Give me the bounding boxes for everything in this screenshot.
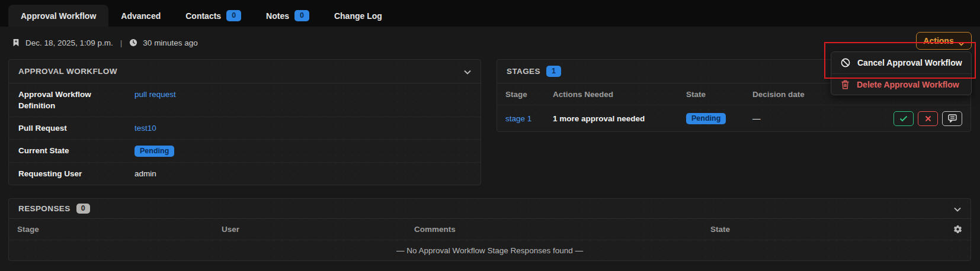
menu-item-cancel-approval-workflow[interactable]: Cancel Approval Workflow xyxy=(831,52,971,73)
tab-label: Notes xyxy=(266,11,289,21)
tab-label: Approval Workflow xyxy=(21,11,96,21)
check-icon xyxy=(899,115,908,122)
record-meta-row: Dec. 18, 2025, 1:09 p.m. | 30 minutes ag… xyxy=(12,34,980,51)
field-label: Requesting User xyxy=(18,168,134,179)
actions-dropdown-menu: Cancel Approval Workflow Delete Approval… xyxy=(831,51,972,95)
table-settings-button[interactable] xyxy=(936,225,962,234)
requesting-user-value: admin xyxy=(134,168,156,179)
column-header-comments: Comments xyxy=(414,225,710,234)
tab-label: Change Log xyxy=(334,11,382,21)
column-header-stage: Stage xyxy=(17,225,222,234)
tab-change-log[interactable]: Change Log xyxy=(322,5,395,27)
clock-icon xyxy=(129,38,137,47)
stage-table-row: stage 1 1 more approval needed Pending — xyxy=(497,105,971,131)
tab-count-badge: 0 xyxy=(294,10,309,21)
pull-request-link[interactable]: test10 xyxy=(134,124,156,133)
chevron-down-icon xyxy=(958,38,965,43)
relative-time: 30 minutes ago xyxy=(143,38,197,47)
stage-state-badge: Pending xyxy=(686,113,726,124)
menu-item-label: Cancel Approval Workflow xyxy=(857,58,962,67)
actions-button[interactable]: Actions xyxy=(916,32,972,50)
collapse-chevron-icon[interactable] xyxy=(954,204,961,214)
stage-link[interactable]: stage 1 xyxy=(505,114,531,123)
column-header-actions-needed: Actions Needed xyxy=(553,90,686,99)
stages-count-badge: 1 xyxy=(546,66,561,77)
field-label: Approval Workflow Definition xyxy=(18,89,134,111)
approval-workflow-panel: APPROVAL WORKFLOW Approval Workflow Defi… xyxy=(8,59,481,185)
tab-count-badge: 0 xyxy=(226,10,241,21)
field-label: Current State xyxy=(18,145,134,156)
meta-separator: | xyxy=(119,38,124,47)
approval-workflow-definition-link[interactable]: pull request xyxy=(134,90,176,99)
panel-title: APPROVAL WORKFLOW xyxy=(18,67,117,76)
panel-title: STAGES xyxy=(507,67,540,76)
tab-approval-workflow[interactable]: Approval Workflow xyxy=(8,5,108,27)
responses-table-header: Stage User Comments State xyxy=(9,219,971,240)
field-row: Approval Workflow Definition pull reques… xyxy=(9,83,481,117)
stage-decision-date: — xyxy=(752,114,853,123)
record-date: Dec. 18, 2025, 1:09 p.m. xyxy=(25,38,113,47)
tab-notes[interactable]: Notes 0 xyxy=(254,5,322,27)
comment-icon xyxy=(948,114,957,122)
stage-actions-needed: 1 more approval needed xyxy=(553,114,686,123)
panel-title: RESPONSES xyxy=(18,204,71,213)
column-header-user: User xyxy=(222,225,414,234)
field-row: Pull Request test10 xyxy=(9,117,481,140)
empty-results-message: — No Approval Workflow Stage Responses f… xyxy=(9,240,971,260)
reject-stage-button[interactable] xyxy=(918,111,938,126)
tab-advanced[interactable]: Advanced xyxy=(108,5,173,27)
actions-button-label: Actions xyxy=(923,36,953,46)
bookmark-plus-icon xyxy=(12,38,20,47)
column-header-state: State xyxy=(686,90,752,99)
approve-stage-button[interactable] xyxy=(893,111,914,126)
responses-panel-header: RESPONSES 0 xyxy=(9,199,971,219)
menu-item-delete-approval-workflow[interactable]: Delete Approval Workflow xyxy=(831,73,971,95)
column-header-state: State xyxy=(710,225,936,234)
tab-label: Advanced xyxy=(121,11,161,21)
state-badge: Pending xyxy=(134,146,174,157)
trash-icon xyxy=(841,80,850,89)
x-icon xyxy=(925,115,931,122)
column-header-stage: Stage xyxy=(505,90,553,99)
responses-panel: RESPONSES 0 Stage User Comments State — … xyxy=(8,198,971,261)
field-label: Pull Request xyxy=(18,122,134,134)
collapse-chevron-icon[interactable] xyxy=(464,66,471,77)
field-row: Current State Pending xyxy=(9,140,481,163)
ban-icon xyxy=(841,58,850,67)
tab-bar: Approval Workflow Advanced Contacts 0 No… xyxy=(0,0,980,27)
gear-icon xyxy=(953,225,962,234)
tab-label: Contacts xyxy=(185,11,221,21)
tab-contacts[interactable]: Contacts 0 xyxy=(173,5,254,27)
comment-stage-button[interactable] xyxy=(942,111,962,126)
approval-workflow-panel-header: APPROVAL WORKFLOW xyxy=(9,60,481,83)
responses-count-badge: 0 xyxy=(76,204,90,214)
menu-item-label: Delete Approval Workflow xyxy=(857,80,959,89)
field-row: Requesting User admin xyxy=(9,163,481,185)
